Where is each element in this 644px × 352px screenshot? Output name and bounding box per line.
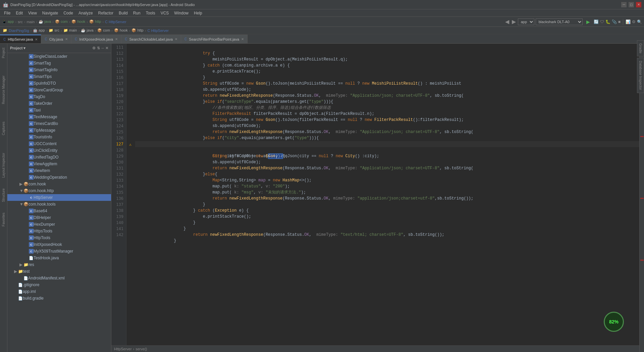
favorites-tab[interactable]: Favorites: [1, 211, 6, 228]
sidebar-close-icon[interactable]: ✕: [105, 46, 108, 50]
tree-viewaggitem[interactable]: C ViewAggItem: [7, 161, 111, 167]
tab-httpserver-close[interactable]: ✕: [35, 38, 38, 41]
tree-httpstools[interactable]: C HttpsTools: [7, 228, 111, 234]
tab-httpserver[interactable]: C HttpServer.java ✕: [0, 35, 41, 43]
tab-searchfilter[interactable]: C SearchFilterPriceBarPoint.java ✕: [181, 35, 248, 43]
sdk-icon[interactable]: 📊: [626, 19, 631, 24]
tab-initxposed-close[interactable]: ✕: [115, 37, 118, 41]
structure-tab[interactable]: Structure: [1, 187, 6, 204]
tree-initxposedhook[interactable]: C InitXposedHook: [7, 241, 111, 248]
code-line-142[interactable]: }: [135, 232, 639, 238]
tree-viewitem[interactable]: C ViewItem: [7, 167, 111, 174]
tree-tagdo[interactable]: C TagDo: [7, 93, 111, 100]
code-line-129[interactable]: sb.append(utf8Code);: [135, 153, 639, 159]
code-line-123[interactable]: sb.append(utf8Code);: [135, 117, 639, 123]
layout-inspector-tab[interactable]: Layout Inspector: [1, 151, 6, 179]
tree-storecardgroup[interactable]: C StoreCardGroup: [7, 87, 111, 93]
tree-smarttag[interactable]: C SmartTag: [7, 60, 111, 67]
menu-navigate[interactable]: Navigate: [40, 10, 61, 16]
code-line-139[interactable]: }: [135, 214, 639, 220]
sidebar-collapse-icon[interactable]: ─: [101, 46, 104, 50]
tab-searchclickable-close[interactable]: ✕: [175, 37, 177, 41]
sidebar-tree[interactable]: C SingleClassLoader C SmartTag C SmartTa…: [7, 53, 111, 352]
tree-singleclassloader[interactable]: C SingleClassLoader: [7, 53, 111, 60]
minimize-button[interactable]: ─: [621, 2, 627, 7]
sync-icon[interactable]: 🔄: [594, 19, 599, 24]
tree-hexdumper[interactable]: C HexDumper: [7, 221, 111, 228]
search-toolbar-icon[interactable]: 🔍: [637, 19, 642, 24]
tree-comhook[interactable]: ▶ 📦 com.hook: [7, 181, 111, 187]
code-line-135[interactable]: return newFixedLengthResponse(Response.S…: [135, 189, 639, 195]
tree-testhook[interactable]: 📄 TestHook.java: [7, 255, 111, 261]
tree-ugccontent[interactable]: C UGCContent: [7, 140, 111, 147]
code-line-136[interactable]: }: [135, 195, 639, 202]
code-line-113[interactable]: } catch (com.dianping.archive.a e) {: [135, 56, 639, 62]
code-text[interactable]: try { meishiPoiListResult = dpObject.a(M…: [126, 44, 639, 345]
back-arrow-icon[interactable]: ◀: [505, 18, 509, 25]
menu-run[interactable]: Run: [130, 10, 143, 16]
tree-weddingoperation[interactable]: C WeddingOperation: [7, 174, 111, 181]
code-line-122[interactable]: String utf8Code = new Gson().toJson(filt…: [135, 111, 639, 117]
close-button[interactable]: ✕: [636, 2, 641, 7]
tab-city-close[interactable]: ✕: [65, 37, 68, 41]
tab-searchfilter-close[interactable]: ✕: [241, 37, 244, 41]
gradle-tab[interactable]: Gradle: [637, 40, 644, 56]
sidebar-settings-icon[interactable]: ⚙: [92, 46, 96, 50]
captures-tab[interactable]: Captures: [1, 120, 6, 137]
tree-taxi[interactable]: C Taxi: [7, 107, 111, 114]
tree-base64[interactable]: C Base64: [7, 208, 111, 214]
tree-spuinfodto[interactable]: C SpuInfoDTO: [7, 80, 111, 87]
code-line-112[interactable]: meishiPoiListResult = dpObject.a(MeishiP…: [135, 50, 639, 56]
code-line-117[interactable]: sb.append(utf8Code);: [135, 81, 639, 87]
code-line-138[interactable]: e.printStackTrace();: [135, 208, 639, 214]
resource-manager-tab[interactable]: Resource Manager: [1, 74, 6, 105]
tab-initxposed[interactable]: C InitXposedHook.java ✕: [71, 35, 121, 43]
device-dropdown[interactable]: blackshark DLT-A0: [536, 18, 583, 25]
menu-code[interactable]: Code: [61, 10, 76, 16]
code-line-118[interactable]: return newFixedLengthResponse(Response.S…: [135, 87, 639, 93]
restore-button[interactable]: ◻: [629, 2, 634, 7]
code-line-130[interactable]: return newFixedLengthResponse(Response.S…: [135, 159, 639, 165]
sidebar-expand-icon[interactable]: ⇅: [97, 46, 100, 50]
tab-city[interactable]: C City.java ✕: [41, 35, 71, 43]
menu-window[interactable]: Window: [171, 10, 191, 16]
menu-refactor[interactable]: Refactor: [96, 10, 116, 16]
code-line-126[interactable]: //转换城市数据: [135, 135, 639, 141]
code-line-121[interactable]: FilterPackResult filterPackResult = dpOb…: [135, 105, 639, 111]
code-line-141[interactable]: return newFixedLengthResponse(Response.S…: [135, 226, 639, 232]
code-line-134[interactable]: map.put( k: "msg", v: "未知的请求方法.");: [135, 183, 639, 189]
code-editor[interactable]: 111 112 113 114 115 116 117 118 119 120 …: [111, 44, 639, 345]
run-button[interactable]: ▶: [584, 18, 592, 26]
code-line-132[interactable]: Map<String,String> map = new HashMap<>()…: [135, 171, 639, 177]
code-line-119[interactable]: }else if("searchType".equals(parameters.…: [135, 93, 639, 99]
coverage-icon[interactable]: 🛡: [600, 19, 604, 24]
tree-myx509[interactable]: C MyX509TrustManager: [7, 248, 111, 255]
debug-run-icon[interactable]: 🐛: [605, 19, 610, 24]
code-line-115[interactable]: }: [135, 69, 639, 75]
tree-androidmanifest[interactable]: 📄 AndroidManifest.xml: [7, 275, 111, 281]
tree-dbhelper[interactable]: C DBHelper: [7, 214, 111, 221]
tree-res[interactable]: ▶ 📁 res: [7, 261, 111, 268]
stop-icon[interactable]: ■: [618, 19, 621, 24]
tree-httptools[interactable]: C HttpTools: [7, 234, 111, 241]
menu-build[interactable]: Build: [116, 10, 130, 16]
tree-comhookhttp[interactable]: ▼ 📦 com.hook.http: [7, 187, 111, 194]
tree-touristinfo[interactable]: C TouristInfo: [7, 134, 111, 140]
tree-comhooktools[interactable]: ▼ 📦 com.hook.tools: [7, 201, 111, 208]
tree-gitignore[interactable]: 📄 .gitignore: [7, 281, 111, 288]
tree-takeorder[interactable]: C TakeOrder: [7, 100, 111, 107]
menu-analyze[interactable]: Analyze: [76, 10, 96, 16]
tree-textmessage[interactable]: C TextMessage: [7, 114, 111, 120]
code-line-114[interactable]: e.printStackTrace();: [135, 62, 639, 69]
attach-icon[interactable]: 📎: [612, 19, 617, 24]
project-tab[interactable]: Project: [1, 46, 6, 59]
tree-timescardbo[interactable]: C TimesCardBo: [7, 120, 111, 127]
forward-arrow-icon[interactable]: ▶: [512, 18, 516, 25]
menu-view[interactable]: View: [25, 10, 40, 16]
code-line-120[interactable]: //条件搜索数据(地区、分类、排序、筛选)组合条件进行数据筛选: [135, 99, 639, 105]
code-line-111[interactable]: try {: [135, 44, 639, 50]
code-line-128[interactable]: String utf8Code = new Gson().toJson(city…: [135, 147, 639, 153]
settings-icon[interactable]: ⚙: [632, 19, 636, 24]
code-line-131[interactable]: }else{: [135, 165, 639, 171]
tab-searchclickable[interactable]: C SearchClickableLabel.java ✕: [121, 35, 181, 43]
